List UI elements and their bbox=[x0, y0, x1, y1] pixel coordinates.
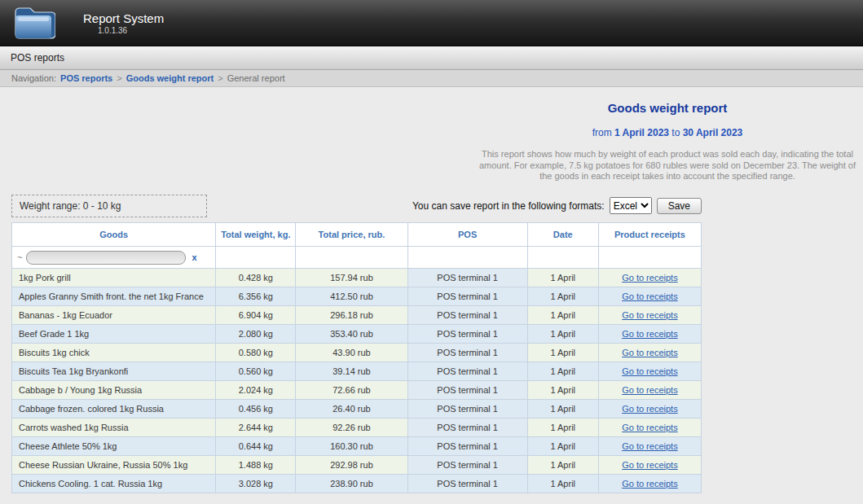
breadcrumb-separator: > bbox=[218, 73, 222, 83]
goods-cell: Biscuits Tea 1kg Bryankonfi bbox=[12, 362, 216, 380]
pos-cell: POS terminal 1 bbox=[407, 268, 527, 287]
format-select[interactable]: Excel bbox=[610, 197, 652, 214]
receipts-cell: Go to receipts bbox=[598, 474, 701, 493]
date-cell: 1 April bbox=[527, 399, 598, 418]
period-prefix: from bbox=[592, 127, 612, 138]
receipts-cell: Go to receipts bbox=[598, 343, 701, 362]
go-to-receipts-link[interactable]: Go to receipts bbox=[622, 423, 677, 432]
date-cell: 1 April bbox=[527, 418, 598, 436]
app-title-block: Report System 1.0.1.36 bbox=[83, 11, 164, 35]
go-to-receipts-link[interactable]: Go to receipts bbox=[622, 273, 677, 283]
date-cell: 1 April bbox=[527, 287, 598, 305]
save-format-label: You can save report in the following for… bbox=[412, 200, 605, 212]
report-description: This report shows how much by weight of … bbox=[473, 149, 861, 182]
breadcrumb-current-general-report: General report bbox=[227, 73, 285, 83]
total-weight-cell: 6.904 kg bbox=[216, 305, 296, 324]
pos-cell: POS terminal 1 bbox=[407, 343, 527, 362]
folder-icon bbox=[11, 3, 55, 42]
filter-empty-cell bbox=[527, 246, 598, 268]
period-mid: to bbox=[671, 127, 680, 138]
go-to-receipts-link[interactable]: Go to receipts bbox=[622, 366, 677, 376]
total-price-cell: 296.18 rub bbox=[296, 305, 407, 324]
total-price-cell: 92.26 rub bbox=[296, 418, 407, 436]
col-header-pos[interactable]: POS bbox=[407, 222, 527, 246]
table-row: Carrots washed 1kg Russia 2.644 kg 92.26… bbox=[12, 418, 702, 436]
col-header-total-weight[interactable]: Total weight, kg. bbox=[216, 222, 296, 246]
table-row: Cabbage frozen. colored 1kg Russia 0.456… bbox=[12, 399, 702, 418]
total-weight-cell: 2.080 kg bbox=[216, 324, 296, 343]
report-header: Goods weight report from 1 April 2023 to… bbox=[473, 101, 863, 182]
pos-cell: POS terminal 1 bbox=[407, 287, 527, 305]
total-price-cell: 353.40 rub bbox=[296, 324, 407, 343]
go-to-receipts-link[interactable]: Go to receipts bbox=[622, 460, 677, 470]
total-price-cell: 72.66 rub bbox=[296, 380, 407, 399]
breadcrumb-pos-reports[interactable]: POS reports bbox=[60, 73, 112, 83]
total-price-cell: 292.98 rub bbox=[296, 455, 407, 474]
pos-cell: POS terminal 1 bbox=[407, 362, 527, 380]
pos-cell: POS terminal 1 bbox=[407, 399, 527, 418]
go-to-receipts-link[interactable]: Go to receipts bbox=[622, 310, 677, 320]
goods-cell: Beef Grade 1 1kg bbox=[12, 324, 216, 343]
table-row: Cheese Russian Ukraine, Russia 50% 1kg 1… bbox=[12, 455, 702, 474]
goods-cell: Cheese Athlete 50% 1kg bbox=[12, 436, 216, 455]
go-to-receipts-link[interactable]: Go to receipts bbox=[622, 348, 677, 357]
report-period: from 1 April 2023 to 30 April 2023 bbox=[473, 127, 861, 138]
total-weight-cell: 0.644 kg bbox=[216, 436, 296, 455]
total-weight-cell: 2.024 kg bbox=[216, 380, 296, 399]
date-cell: 1 April bbox=[527, 343, 598, 362]
filter-empty-cell bbox=[216, 246, 296, 268]
goods-cell: 1kg Pork grill bbox=[12, 268, 216, 287]
col-header-date[interactable]: Date bbox=[527, 222, 598, 246]
col-header-goods[interactable]: Goods bbox=[12, 222, 216, 246]
app-version: 1.0.1.36 bbox=[98, 26, 164, 35]
go-to-receipts-link[interactable]: Go to receipts bbox=[622, 385, 677, 395]
pos-cell: POS terminal 1 bbox=[407, 474, 527, 493]
go-to-receipts-link[interactable]: Go to receipts bbox=[622, 329, 677, 339]
table-row: Apples Granny Smith front. the net 1kg F… bbox=[12, 287, 702, 305]
go-to-receipts-link[interactable]: Go to receipts bbox=[622, 479, 677, 489]
filter-empty-cell bbox=[598, 246, 701, 268]
table-row: Biscuits 1kg chick 0.580 kg 43.90 rub PO… bbox=[12, 343, 702, 362]
app-header: Report System 1.0.1.36 bbox=[0, 0, 863, 46]
filter-clear-button[interactable]: x bbox=[192, 252, 196, 262]
pos-cell: POS terminal 1 bbox=[407, 418, 527, 436]
goods-cell: Cheese Russian Ukraine, Russia 50% 1kg bbox=[12, 455, 216, 474]
receipts-cell: Go to receipts bbox=[598, 436, 701, 455]
report-title: Goods weight report bbox=[473, 101, 861, 115]
date-cell: 1 April bbox=[527, 305, 598, 324]
section-label: POS reports bbox=[11, 52, 64, 64]
total-price-cell: 238.90 rub bbox=[296, 474, 407, 493]
filter-empty-cell bbox=[296, 246, 407, 268]
goods-cell: Bananas - 1kg Ecuador bbox=[12, 305, 216, 324]
table-body: 1kg Pork grill 0.428 kg 157.94 rub POS t… bbox=[12, 268, 702, 493]
pos-cell: POS terminal 1 bbox=[407, 455, 527, 474]
pos-cell: POS terminal 1 bbox=[407, 305, 527, 324]
table-row: Chickens Cooling. 1 cat. Russia 1kg 3.02… bbox=[12, 474, 702, 493]
main-content: Goods weight report from 1 April 2023 to… bbox=[0, 101, 863, 493]
period-end-date: 30 April 2023 bbox=[683, 127, 743, 138]
save-button[interactable]: Save bbox=[657, 198, 702, 214]
total-weight-cell: 0.580 kg bbox=[216, 343, 296, 362]
receipts-cell: Go to receipts bbox=[598, 380, 701, 399]
goods-cell: Carrots washed 1kg Russia bbox=[12, 418, 216, 436]
total-price-cell: 412.50 rub bbox=[296, 287, 407, 305]
breadcrumb-separator: > bbox=[117, 73, 121, 83]
breadcrumb-goods-weight-report[interactable]: Goods weight report bbox=[126, 73, 214, 83]
total-weight-cell: 3.028 kg bbox=[216, 474, 296, 493]
table-row: 1kg Pork grill 0.428 kg 157.94 rub POS t… bbox=[12, 268, 702, 287]
go-to-receipts-link[interactable]: Go to receipts bbox=[622, 291, 677, 301]
total-weight-cell: 0.560 kg bbox=[216, 362, 296, 380]
total-weight-cell: 0.456 kg bbox=[216, 399, 296, 418]
col-header-total-price[interactable]: Total price, rub. bbox=[296, 222, 407, 246]
receipts-cell: Go to receipts bbox=[598, 399, 701, 418]
goods-filter-input[interactable] bbox=[26, 251, 186, 265]
goods-cell: Apples Granny Smith front. the net 1kg F… bbox=[12, 287, 216, 305]
go-to-receipts-link[interactable]: Go to receipts bbox=[622, 404, 677, 414]
total-price-cell: 39.14 rub bbox=[296, 362, 407, 380]
go-to-receipts-link[interactable]: Go to receipts bbox=[622, 441, 677, 451]
col-header-product-receipts[interactable]: Product receipts bbox=[598, 222, 701, 246]
date-cell: 1 April bbox=[527, 380, 598, 399]
save-controls: You can save report in the following for… bbox=[412, 197, 702, 214]
table-row: Cheese Athlete 50% 1kg 0.644 kg 160.30 r… bbox=[12, 436, 702, 455]
controls-row: Weight range: 0 - 10 kg You can save rep… bbox=[11, 195, 702, 217]
